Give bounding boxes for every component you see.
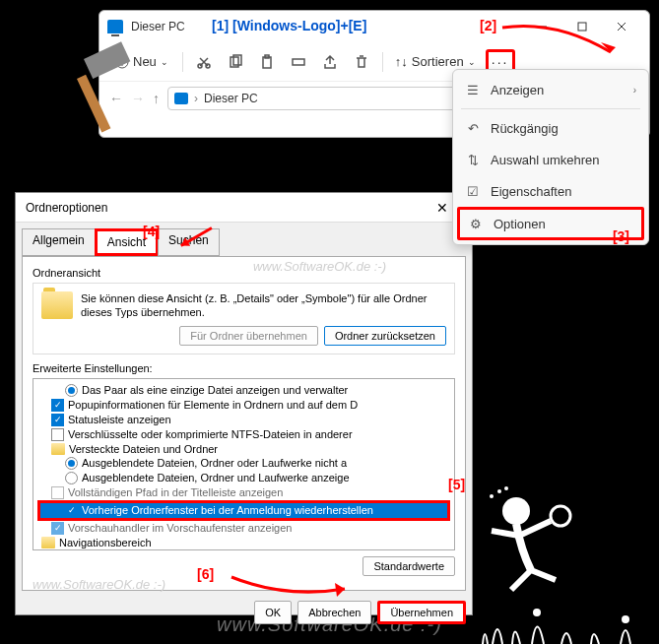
folder-icon bbox=[41, 291, 73, 319]
dialog-tabs: Allgemein Ansicht Suchen bbox=[16, 223, 472, 256]
svg-point-25 bbox=[533, 609, 541, 616]
annotation-2: [2] bbox=[480, 18, 496, 33]
section-title: Ordneransicht bbox=[33, 267, 455, 279]
undo-icon: ↶ bbox=[465, 121, 481, 136]
tab-suchen[interactable]: Suchen bbox=[158, 228, 220, 256]
btn-ok[interactable]: OK bbox=[254, 601, 292, 624]
tree-item[interactable]: Vorschauhandler im Vorschaufenster anzei… bbox=[37, 521, 450, 536]
checkbox-icon[interactable] bbox=[51, 399, 64, 412]
tree-item[interactable]: Popupinformationen für Elemente in Ordne… bbox=[37, 398, 450, 413]
radio-icon[interactable] bbox=[65, 472, 78, 484]
up-button[interactable]: ↑ bbox=[153, 91, 160, 106]
folder-view-desc: Sie können diese Ansicht (z. B. „Details… bbox=[81, 291, 446, 320]
properties-icon: ☑ bbox=[465, 184, 481, 199]
options-icon: ⚙ bbox=[468, 217, 484, 231]
explorer-titlebar: Dieser PC bbox=[99, 11, 649, 42]
pc-icon bbox=[174, 93, 188, 104]
btn-reset-folders[interactable]: Ordner zurücksetzen bbox=[324, 326, 446, 346]
menu-auswahl-umkehren[interactable]: ⇅ Auswahl umkehren bbox=[453, 144, 648, 175]
svg-point-24 bbox=[504, 486, 508, 490]
radio-icon[interactable] bbox=[65, 457, 78, 470]
btn-apply[interactable]: Übernehmen bbox=[377, 601, 466, 624]
close-button[interactable] bbox=[602, 13, 641, 40]
folder-view-section: Sie können diese Ansicht (z. B. „Details… bbox=[33, 283, 455, 354]
watermark: www.SoftwareOK.de :-) bbox=[253, 259, 386, 274]
tree-item[interactable]: Statusleiste anzeigen bbox=[37, 413, 450, 427]
separator bbox=[461, 108, 640, 109]
dialog-title: Ordneroptionen bbox=[26, 201, 107, 215]
cut-icon[interactable] bbox=[191, 49, 217, 75]
folder-icon bbox=[51, 443, 65, 455]
hammer-figure bbox=[0, 30, 148, 197]
annotation-4: [4] bbox=[143, 224, 160, 239]
dialog-footer: OK Abbrechen Übernehmen bbox=[16, 597, 472, 628]
svg-point-20 bbox=[502, 497, 530, 525]
tree-item[interactable]: Ausgeblendete Dateien, Ordner und Laufwe… bbox=[37, 471, 450, 485]
paste-icon[interactable] bbox=[254, 49, 280, 75]
rename-icon[interactable] bbox=[286, 49, 311, 75]
tree-item[interactable]: Ausgeblendete Dateien, Ordner oder Laufw… bbox=[37, 456, 450, 471]
breadcrumb: Dieser PC bbox=[204, 92, 258, 105]
invert-icon: ⇅ bbox=[465, 153, 481, 167]
tree-item[interactable]: Das Paar als eine einzige Datei anzeigen… bbox=[37, 383, 450, 398]
svg-rect-19 bbox=[77, 75, 110, 133]
folder-icon bbox=[41, 537, 55, 548]
tree-item[interactable]: Vollständigen Pfad in der Titelleiste an… bbox=[37, 485, 450, 500]
annotation-1: [1] [Windows-Logo]+[E] bbox=[212, 18, 366, 33]
sort-label: Sortieren bbox=[412, 54, 464, 69]
svg-point-26 bbox=[622, 615, 629, 623]
annotation-5: [5] bbox=[448, 477, 465, 492]
svg-point-22 bbox=[490, 494, 494, 498]
annotation-6: [6] bbox=[197, 566, 214, 582]
tree-item[interactable]: Verschlüsselte oder komprimierte NTFS-Da… bbox=[37, 427, 450, 442]
svg-point-17 bbox=[36, 61, 72, 97]
view-icon: ☰ bbox=[465, 83, 481, 97]
checkbox-icon[interactable] bbox=[51, 522, 64, 535]
svg-point-21 bbox=[551, 506, 570, 526]
sort-icon: ↑↓ bbox=[395, 54, 408, 69]
maximize-button[interactable] bbox=[562, 13, 602, 40]
folder-options-dialog: Ordneroptionen ✕ Allgemein Ansicht Suche… bbox=[15, 192, 473, 615]
separator bbox=[182, 52, 183, 72]
tree-item-restore-windows[interactable]: Vorherige Ordnerfenster bei der Anmeldun… bbox=[37, 500, 450, 521]
menu-eigenschaften[interactable]: ☑ Eigenschaften bbox=[453, 175, 648, 207]
svg-point-23 bbox=[497, 489, 501, 493]
copy-icon[interactable] bbox=[223, 49, 248, 75]
btn-apply-folders[interactable]: Für Ordner übernehmen bbox=[179, 326, 318, 346]
dialog-titlebar: Ordneroptionen ✕ bbox=[16, 193, 472, 223]
checkbox-icon[interactable] bbox=[51, 414, 64, 426]
advanced-settings-tree[interactable]: Das Paar als eine einzige Datei anzeigen… bbox=[33, 378, 455, 550]
chevron-down-icon: ⌄ bbox=[161, 57, 168, 67]
menu-rueckgaengig[interactable]: ↶ Rückgängig bbox=[453, 112, 648, 144]
svg-rect-18 bbox=[84, 41, 130, 79]
chevron-down-icon: ⌄ bbox=[468, 57, 476, 67]
radio-icon[interactable] bbox=[65, 384, 78, 397]
grass-decoration bbox=[473, 595, 650, 644]
svg-rect-1 bbox=[578, 23, 586, 31]
btn-defaults[interactable]: Standardwerte bbox=[362, 556, 455, 576]
separator bbox=[382, 52, 383, 72]
tree-item: Versteckte Dateien und Ordner bbox=[37, 442, 450, 456]
more-dropdown: ☰ Anzeigen › ↶ Rückgängig ⇅ Auswahl umke… bbox=[452, 69, 649, 245]
running-figure bbox=[462, 486, 580, 605]
delete-icon[interactable] bbox=[349, 49, 374, 75]
watermark: www.SoftwareOK.de :-) bbox=[33, 577, 165, 592]
advanced-title: Erweiterte Einstellungen: bbox=[33, 362, 455, 374]
checkbox-icon[interactable] bbox=[51, 428, 64, 441]
menu-anzeigen[interactable]: ☰ Anzeigen › bbox=[453, 74, 648, 105]
btn-cancel[interactable]: Abbrechen bbox=[297, 601, 371, 624]
share-icon[interactable] bbox=[317, 49, 343, 75]
annotation-3: [3] bbox=[613, 228, 629, 244]
dialog-body: www.SoftwareOK.de :-) Ordneransicht Sie … bbox=[22, 256, 466, 591]
chevron-right-icon: › bbox=[633, 85, 636, 96]
checkbox-icon[interactable] bbox=[51, 486, 64, 499]
checkbox-icon[interactable] bbox=[65, 504, 78, 517]
minimize-button[interactable] bbox=[523, 13, 562, 40]
tab-allgemein[interactable]: Allgemein bbox=[22, 228, 96, 256]
svg-rect-13 bbox=[293, 59, 304, 65]
tree-item: Navigationsbereich bbox=[37, 536, 450, 549]
